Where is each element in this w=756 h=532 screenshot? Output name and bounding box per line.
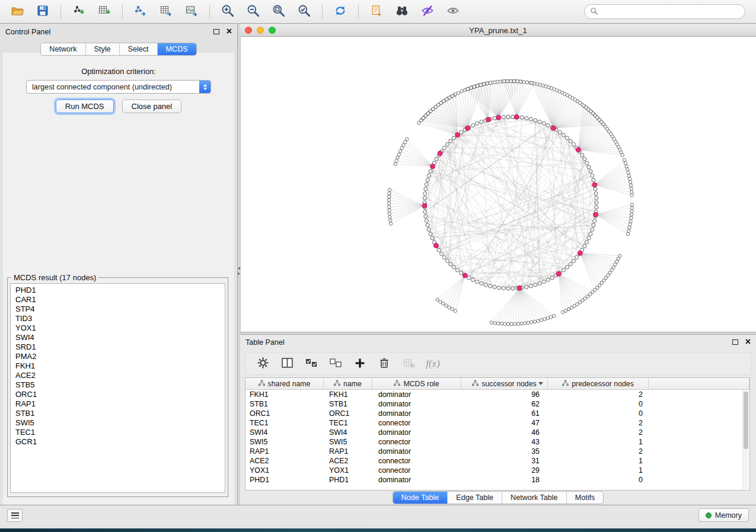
table-row[interactable]: STB1STB1dominator620 — [245, 399, 749, 409]
tab-mcds[interactable]: MCDS — [158, 43, 196, 55]
status-bar: Memory — [0, 505, 756, 525]
eye-slash-icon — [420, 4, 435, 20]
table-row[interactable]: ACE2ACE2connector311 — [245, 456, 749, 466]
run-mcds-button[interactable]: Run MCDS — [56, 100, 114, 113]
table-row[interactable]: PHD1PHD1dominator180 — [245, 475, 749, 485]
control-panel-float-button[interactable] — [213, 28, 227, 36]
column-header-mcds-role[interactable]: MCDS role — [372, 378, 461, 389]
zoom-fit-button[interactable] — [267, 2, 290, 21]
refresh-icon — [333, 4, 347, 20]
mcds-result-item[interactable]: TID3 — [11, 314, 225, 323]
mcds-result-list[interactable]: PHD1CAR1STP4TID3YOX1SWI4SRD1PMA2FKH1ACE2… — [10, 283, 225, 493]
control-panel-title: Control Panel — [5, 28, 50, 36]
mcds-result-item[interactable]: PMA2 — [11, 352, 225, 361]
table-cell: PHD1 — [245, 476, 324, 484]
function-builder-icon: f(x) — [426, 358, 440, 370]
table-row[interactable]: ORC1ORC1dominator610 — [245, 409, 749, 418]
column-visibility-button[interactable] — [279, 356, 295, 371]
export-table-button[interactable] — [155, 2, 177, 21]
tab-node-table[interactable]: Node Table — [393, 492, 448, 504]
menu-button[interactable] — [7, 509, 23, 522]
main-toolbar — [0, 0, 756, 24]
mcds-result-item[interactable]: CAR1 — [11, 295, 225, 305]
mcds-result-item[interactable]: STP4 — [11, 305, 225, 314]
column-header-successor-nodes[interactable]: successor nodes — [461, 378, 548, 389]
zoom-out-icon — [246, 4, 260, 20]
network-window-titlebar[interactable]: YPA_prune.txt_1 — [240, 24, 756, 37]
search-input[interactable] — [601, 8, 739, 16]
column-header-shared-name[interactable]: shared name — [245, 378, 324, 389]
zoom-in-button[interactable] — [216, 2, 239, 21]
tab-network[interactable]: Network — [41, 43, 85, 55]
hide-selected-button[interactable] — [416, 2, 439, 21]
add-column-button[interactable] — [352, 356, 368, 371]
zoom-selected-button[interactable] — [293, 2, 315, 21]
mcds-result-item[interactable]: YOX1 — [11, 323, 225, 333]
mcds-result-item[interactable]: ACE2 — [11, 371, 225, 380]
table-row[interactable]: FKH1FKH1dominator962 — [245, 390, 749, 399]
mcds-result-item[interactable]: ORC1 — [11, 390, 225, 399]
table-row[interactable]: TEC1TEC1connector472 — [245, 418, 749, 428]
table-settings-button[interactable] — [255, 356, 270, 371]
mcds-result-item[interactable]: STB5 — [11, 380, 225, 390]
table-panel-float-button[interactable] — [732, 338, 745, 347]
open-session-button[interactable] — [6, 2, 28, 21]
table-panel-close-button[interactable]: × — [745, 338, 751, 347]
delete-column-button[interactable] — [377, 356, 392, 371]
table-cell: YOX1 — [324, 466, 372, 475]
clone-network-icon — [370, 4, 383, 19]
control-panel-close-button[interactable]: × — [227, 28, 232, 36]
table-cell: SWI5 — [324, 438, 372, 446]
export-image-icon — [185, 4, 198, 19]
show-all-button[interactable] — [442, 2, 464, 21]
deselect-all-icon — [329, 357, 342, 371]
table-row[interactable]: SWI5SWI5connector431 — [245, 437, 749, 447]
deselect-all-rows-button[interactable] — [328, 356, 343, 371]
table-cell: FKH1 — [245, 390, 324, 399]
export-image-button[interactable] — [180, 2, 203, 21]
tab-network-table[interactable]: Network Table — [502, 492, 567, 504]
network-graph[interactable] — [241, 37, 756, 332]
table-cell: RAP1 — [245, 447, 324, 456]
mcds-result-item[interactable]: STB1 — [11, 409, 225, 418]
table-cell: dominator — [372, 476, 461, 484]
mcds-result-item[interactable]: SWI5 — [11, 418, 225, 428]
select-all-rows-button[interactable] — [304, 356, 319, 371]
refresh-button[interactable] — [329, 2, 352, 21]
table-panel: Table Panel × f(x) shared namenameMCDS r… — [240, 335, 756, 508]
search-field[interactable] — [584, 4, 745, 19]
mcds-close-panel-button[interactable]: Close panel — [122, 100, 182, 113]
mcds-result-item[interactable]: GCR1 — [11, 437, 225, 447]
tab-motifs[interactable]: Motifs — [567, 492, 604, 504]
network-canvas[interactable] — [240, 37, 756, 332]
mcds-result-item[interactable]: SRD1 — [11, 342, 225, 352]
column-header-name[interactable]: name — [324, 378, 372, 389]
criterion-select[interactable]: largest connected component (undirected) — [26, 80, 211, 94]
save-session-button[interactable] — [31, 2, 54, 21]
mcds-result-item[interactable]: RAP1 — [11, 399, 225, 409]
import-network-button[interactable] — [68, 2, 90, 21]
zoom-in-icon — [221, 4, 235, 20]
table-row[interactable]: YOX1YOX1connector291 — [245, 466, 749, 475]
table-scrollbar[interactable] — [742, 390, 749, 489]
mcds-result-item[interactable]: SWI4 — [11, 333, 225, 342]
column-header-predecessor-nodes[interactable]: predecessor nodes — [548, 378, 649, 389]
tab-style[interactable]: Style — [86, 43, 120, 55]
table-row[interactable]: SWI4SWI4dominator462 — [245, 428, 749, 437]
node-table[interactable]: shared namenameMCDS rolesuccessor nodesp… — [245, 377, 750, 491]
mcds-result-item[interactable]: PHD1 — [11, 286, 225, 295]
table-cell: connector — [372, 438, 461, 446]
clone-network-button[interactable] — [365, 2, 388, 21]
export-network-button[interactable] — [129, 2, 152, 21]
memory-button[interactable]: Memory — [698, 508, 749, 522]
table-row[interactable]: RAP1RAP1dominator352 — [245, 447, 749, 456]
zoom-out-button[interactable] — [242, 2, 264, 21]
mcds-result-item[interactable]: FKH1 — [11, 361, 225, 371]
find-button[interactable] — [391, 2, 413, 21]
tab-edge-table[interactable]: Edge Table — [448, 492, 502, 504]
import-table-button[interactable] — [93, 2, 116, 21]
mcds-result-item[interactable]: TEC1 — [11, 428, 225, 437]
tab-select[interactable]: Select — [120, 43, 158, 55]
memory-indicator-icon — [706, 512, 712, 518]
table-scrollbar-thumb[interactable] — [744, 392, 748, 449]
